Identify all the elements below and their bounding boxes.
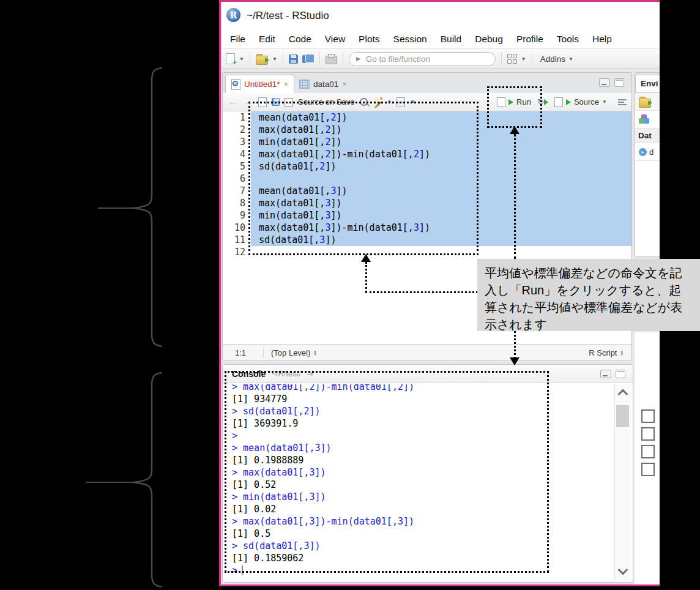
- arrow-to-run-head: [510, 126, 519, 134]
- code-highlight-rect: [248, 102, 478, 255]
- note-line: 算された平均値や標準偏差などが表: [485, 299, 700, 316]
- arrow-to-code-head: [361, 254, 371, 262]
- arrow-to-code-line: [365, 262, 367, 293]
- note-line: 入し「Run」をクリックすると、起: [485, 282, 700, 299]
- console-brace: [133, 373, 162, 587]
- source-brace: [133, 68, 162, 346]
- arrow-to-code-line: [365, 291, 478, 293]
- console-highlight-rect: [225, 371, 549, 573]
- figure-canvas: R ~/R/test - RStudio FileEditCodeViewPlo…: [0, 0, 700, 590]
- arrow-to-console-head: [510, 357, 519, 365]
- note-line: 平均値や標準偏差などの命令文を記: [485, 264, 700, 282]
- run-button-highlight-rect: [487, 86, 542, 128]
- annotation-note: 平均値や標準偏差などの命令文を記 入し「Run」をクリックすると、起 算された平…: [477, 259, 700, 331]
- arrow-to-console-line: [514, 331, 516, 359]
- arrow-to-run-line: [514, 134, 516, 259]
- note-line: 示されます: [485, 316, 700, 333]
